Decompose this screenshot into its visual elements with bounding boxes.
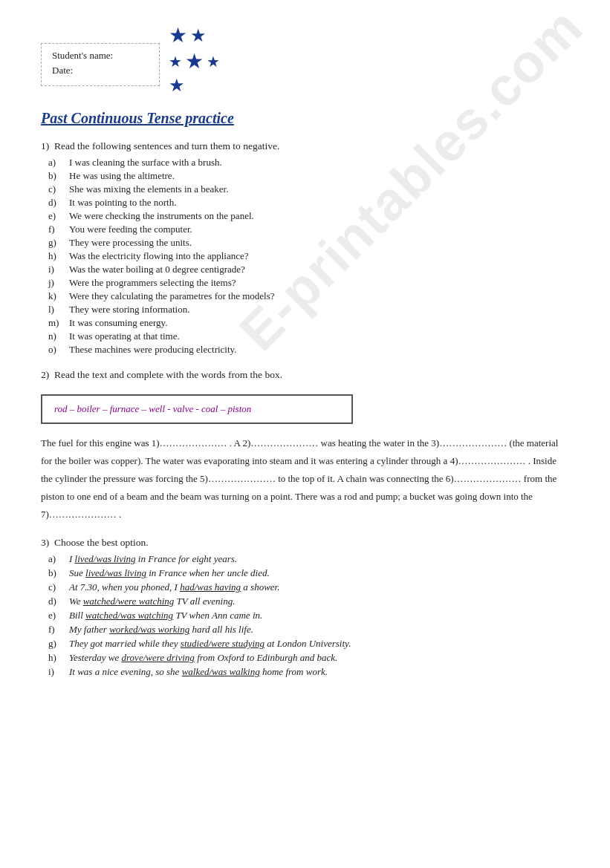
sentence-text: I was cleaning the surface with a brush. — [69, 157, 222, 169]
sentence-text: My father worked/was working hard all hi… — [69, 624, 253, 636]
sentence-label: g) — [48, 638, 65, 650]
section1-header: 1) Read the following sentences and turn… — [41, 140, 569, 152]
sentence-label: g) — [48, 237, 65, 249]
star-4: ★ — [185, 49, 204, 74]
sentence-label: f) — [48, 624, 65, 636]
page-title: Past Continuous Tense practice — [41, 110, 569, 127]
underline-option: watched/was watching — [85, 610, 173, 621]
sentence-label: c) — [48, 581, 65, 593]
word-box: rod – boiler – furnace – well - valve - … — [41, 394, 353, 424]
sentence-label: k) — [48, 290, 65, 302]
sentence-label: e) — [48, 610, 65, 621]
student-label: Student's name: — [52, 50, 149, 62]
list-item: f)My father worked/was working hard all … — [48, 624, 569, 636]
section2-instruction: Read the text and complete with the word… — [54, 369, 282, 380]
list-item: m)It was consuming energy. — [48, 317, 569, 329]
list-item: o)These machines were producing electric… — [48, 344, 569, 356]
sentence-label: i) — [48, 666, 65, 678]
underline-option: lived/was living — [75, 553, 136, 564]
sentence-label: a) — [48, 157, 65, 169]
underline-option: drove/were driving — [122, 652, 195, 663]
sentence-label: d) — [48, 197, 65, 209]
word-box-content: rod – boiler – furnace – well - valve - … — [54, 403, 251, 414]
sentence-label: h) — [48, 652, 65, 664]
list-item: l)They were storing information. — [48, 304, 569, 316]
sentence-label: c) — [48, 183, 65, 195]
fill-paragraph: The fuel for this engine was 1)………………… .… — [41, 434, 569, 523]
section2-header: 2) Read the text and complete with the w… — [41, 369, 569, 381]
underline-option: walked/was walking — [182, 666, 260, 677]
sentence-label: m) — [48, 317, 65, 329]
section1-list: a)I was cleaning the surface with a brus… — [41, 157, 569, 356]
list-item: k)Were they calculating the parametres f… — [48, 290, 569, 302]
sentence-label: j) — [48, 277, 65, 289]
sentence-text: It was consuming energy. — [69, 317, 168, 329]
section3-list: a)I lived/was living in France for eight… — [41, 553, 569, 678]
stars-row-bot: ★ — [167, 74, 186, 97]
sentence-label: h) — [48, 250, 65, 262]
list-item: b)Sue lived/was living in France when he… — [48, 567, 569, 579]
list-item: d)It was pointing to the north. — [48, 197, 569, 209]
sentence-text: Yesterday we drove/were driving from Oxf… — [69, 652, 337, 664]
sentence-text: You were feeding the computer. — [69, 223, 192, 235]
sentence-text: They got married while they studied/were… — [69, 638, 351, 650]
sentence-label: b) — [48, 170, 65, 182]
sentence-label: d) — [48, 595, 65, 607]
header-area: Student's name: Date: ★ ★ ★ ★ ★ ★ — [41, 22, 569, 97]
student-box: Student's name: Date: — [41, 43, 160, 86]
stars-row-mid: ★ ★ ★ — [167, 48, 221, 74]
sentence-label: a) — [48, 553, 65, 565]
list-item: b)He was using the altimetre. — [48, 170, 569, 182]
list-item: a)I lived/was living in France for eight… — [48, 553, 569, 565]
list-item: d)We watched/were watching TV all evenin… — [48, 595, 569, 607]
sentence-text: I lived/was living in France for eight y… — [69, 553, 237, 565]
sentence-text: They were storing information. — [69, 304, 189, 316]
star-2: ★ — [190, 25, 207, 46]
sentence-text: Sue lived/was living in France when her … — [69, 567, 270, 579]
sentence-text: Was the water boiling at 0 degree centig… — [69, 264, 245, 275]
list-item: g)They were processing the units. — [48, 237, 569, 249]
section2-num: 2) — [41, 369, 54, 380]
list-item: i)It was a nice evening, so she walked/w… — [48, 666, 569, 678]
sentence-text: At 7.30, when you phoned, I had/was havi… — [69, 581, 279, 593]
sentence-text: He was using the altimetre. — [69, 170, 175, 182]
sentence-label: f) — [48, 223, 65, 235]
sentence-label: b) — [48, 567, 65, 579]
sentence-text: Were they calculating the parametres for… — [69, 290, 275, 302]
list-item: j)Were the programmers selecting the ite… — [48, 277, 569, 289]
section1-num: 1) — [41, 140, 54, 151]
stars-row-top: ★ ★ — [167, 22, 208, 48]
list-item: f)You were feeding the computer. — [48, 223, 569, 235]
list-item: c)At 7.30, when you phoned, I had/was ha… — [48, 581, 569, 593]
list-item: h)Yesterday we drove/were driving from O… — [48, 652, 569, 664]
list-item: g)They got married while they studied/we… — [48, 638, 569, 650]
list-item: h)Was the electricity flowing into the a… — [48, 250, 569, 262]
section3-header: 3) Choose the best option. — [41, 537, 569, 549]
underline-option: had/was having — [180, 581, 241, 593]
list-item: i)Was the water boiling at 0 degree cent… — [48, 264, 569, 275]
underline-option: worked/was working — [109, 624, 189, 635]
sentence-text: It was operating at that time. — [69, 330, 180, 342]
sentence-label: n) — [48, 330, 65, 342]
star-5: ★ — [207, 53, 220, 71]
sentence-text: It was pointing to the north. — [69, 197, 176, 209]
sentence-label: i) — [48, 264, 65, 275]
underline-option: watched/were watching — [83, 595, 175, 607]
sentence-text: It was a nice evening, so she walked/was… — [69, 666, 328, 678]
list-item: e)We were checking the instruments on th… — [48, 210, 569, 222]
underline-option: lived/was living — [85, 567, 146, 578]
sentence-text: We were checking the instruments on the … — [69, 210, 254, 222]
section1-instruction: Read the following sentences and turn th… — [54, 140, 279, 151]
sentence-text: Was the electricity flowing into the app… — [69, 250, 249, 262]
sentence-text: She was mixing the elements in a beaker. — [69, 183, 228, 195]
sentence-text: Were the programmers selecting the items… — [69, 277, 236, 289]
list-item: n)It was operating at that time. — [48, 330, 569, 342]
sentence-label: l) — [48, 304, 65, 316]
star-3: ★ — [169, 53, 182, 71]
section3-num: 3) — [41, 537, 54, 548]
underline-option: studied/were studying — [181, 638, 265, 649]
list-item: a)I was cleaning the surface with a brus… — [48, 157, 569, 169]
sentence-label: e) — [48, 210, 65, 222]
sentence-text: They were processing the units. — [69, 237, 192, 249]
list-item: e)Bill watched/was watching TV when Ann … — [48, 610, 569, 621]
